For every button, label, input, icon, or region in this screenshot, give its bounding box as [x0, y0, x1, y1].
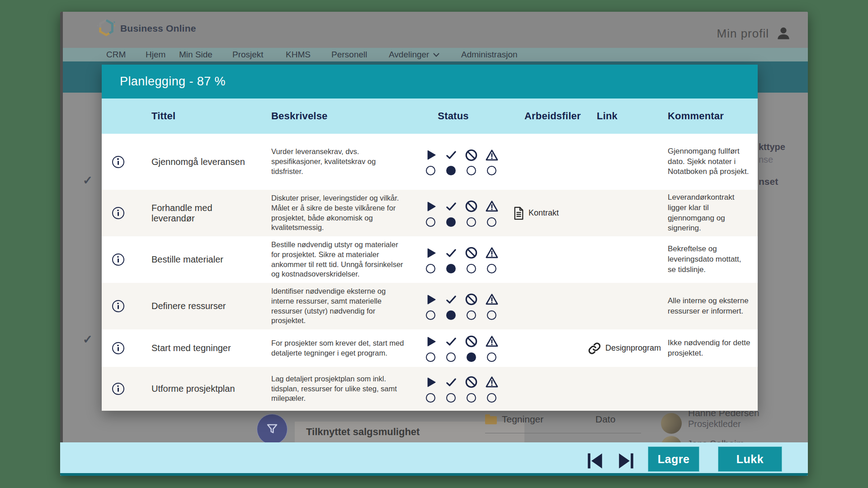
close-button-label: Lukk: [736, 453, 764, 466]
task-description: Lag detaljert prosjektplan som inkl. tid…: [253, 374, 407, 404]
folder-icon: [485, 416, 497, 424]
work-file-item[interactable]: Kontrakt: [513, 206, 574, 220]
column-header-link: Link: [574, 110, 662, 122]
background-check-mark: ✓: [83, 174, 93, 188]
column-header-workfiles: Arbeidsfiler: [500, 110, 574, 122]
status-radio-warning[interactable]: [487, 217, 496, 227]
task-table-body: Gjennomgå leveransen Vurder leveransekra…: [102, 134, 758, 411]
info-icon[interactable]: [112, 253, 124, 266]
status-radio-done[interactable]: [446, 352, 456, 362]
save-button-label: Lagre: [658, 453, 690, 466]
task-comment: Alle interne og eksterne ressurser er in…: [662, 296, 758, 317]
nav-item-khms[interactable]: KHMS: [286, 50, 311, 60]
nav-item-personell[interactable]: Personell: [331, 50, 367, 60]
task-description: Diskuter priser, leveringstider og vilkå…: [253, 193, 407, 233]
save-button[interactable]: Lagre: [648, 446, 699, 472]
task-comment: Bekreftelse og leveringsdato mottatt, se…: [662, 244, 758, 275]
status-options: [407, 293, 500, 320]
status-warning-icon: [485, 148, 499, 162]
table-header-row: Tittel Beskrivelse Status Arbeidsfiler L…: [102, 99, 758, 134]
status-radio-blocked[interactable]: [467, 264, 476, 273]
nav-item-avdelinger[interactable]: Avdelinger: [389, 50, 440, 60]
planning-checklist-dialog: Planlegging - 87 % Tittel Beskrivelse St…: [102, 65, 758, 411]
status-radio-play[interactable]: [426, 166, 435, 175]
status-radio-blocked[interactable]: [467, 310, 476, 320]
status-radio-play[interactable]: [426, 393, 435, 403]
status-block-icon: [465, 148, 478, 162]
status-radio-done[interactable]: [446, 166, 456, 175]
info-icon[interactable]: [112, 342, 124, 354]
dialog-footer-bar: Lagre Lukk: [60, 442, 808, 476]
status-radio-play[interactable]: [426, 352, 435, 362]
next-step-button[interactable]: [616, 451, 636, 470]
status-radio-warning[interactable]: [487, 352, 496, 362]
nav-item-min-side[interactable]: Min Side: [179, 50, 212, 60]
status-block-icon: [465, 246, 478, 260]
info-icon[interactable]: [112, 156, 124, 168]
brand-logo[interactable]: Business Online: [96, 18, 196, 39]
table-row: Forhandle med leverandør Diskuter priser…: [102, 190, 758, 236]
table-row: Start med tegninger For prosjekter som k…: [102, 329, 758, 367]
status-radio-done[interactable]: [446, 264, 456, 273]
task-title: Definere ressurser: [134, 301, 253, 311]
status-radio-done[interactable]: [446, 310, 456, 320]
info-icon[interactable]: [112, 207, 124, 219]
status-options: [407, 148, 500, 175]
nav-item-hjem[interactable]: Hjem: [146, 50, 165, 60]
date-label: Dato: [595, 414, 615, 425]
person-role: Prosjektleder: [688, 419, 741, 429]
status-check-icon: [444, 148, 458, 162]
status-play-icon: [424, 200, 438, 213]
status-radio-blocked[interactable]: [467, 166, 476, 175]
info-icon[interactable]: [112, 383, 124, 395]
business-online-logo-icon: [96, 18, 117, 39]
window-edge-shadow: [60, 12, 63, 476]
status-options: [407, 200, 500, 227]
previous-step-button[interactable]: [585, 451, 605, 470]
table-row: Definere ressurser Identifiser nødvendig…: [102, 283, 758, 329]
table-row: Bestille materialer Bestille nødvendig u…: [102, 236, 758, 283]
filter-button[interactable]: [257, 414, 288, 445]
status-options: [407, 335, 500, 362]
related-opportunity-card: Tilknyttet salgsmulighet Salgs Prosjekt: [295, 422, 524, 443]
task-title: Utforme prosjektplan: [134, 384, 253, 394]
profile-menu[interactable]: Min profil: [717, 25, 792, 42]
status-radio-blocked[interactable]: [467, 352, 476, 362]
status-radio-warning[interactable]: [487, 166, 496, 175]
status-radio-warning[interactable]: [487, 264, 496, 273]
task-description: For prosjekter som krever det, start med…: [253, 338, 407, 358]
external-link-item[interactable]: Designprogram: [588, 342, 662, 355]
filter-icon: [265, 422, 279, 436]
task-title: Bestille materialer: [134, 254, 253, 265]
task-description: Vurder leveransekrav, dvs. spesifikasjon…: [253, 147, 407, 177]
status-radio-play[interactable]: [426, 264, 435, 273]
status-radio-warning[interactable]: [487, 310, 496, 320]
status-radio-done[interactable]: [446, 393, 456, 403]
link-icon: [588, 342, 601, 355]
status-check-icon: [444, 200, 458, 213]
status-play-icon: [424, 148, 438, 162]
nav-item-crm[interactable]: CRM: [106, 50, 126, 60]
status-radio-blocked[interactable]: [467, 217, 476, 227]
dialog-title: Planlegging - 87 %: [102, 75, 226, 89]
task-description: Bestille nødvendig utstyr og materialer …: [253, 240, 407, 280]
status-play-icon: [424, 375, 438, 389]
task-comment: Gjennomgang fullført dato. Sjekk notater…: [662, 146, 758, 178]
bg-text-fragment: nse: [759, 155, 807, 165]
status-options: [407, 375, 500, 403]
status-radio-play[interactable]: [426, 217, 435, 227]
status-check-icon: [444, 335, 458, 348]
status-radio-done[interactable]: [446, 217, 456, 227]
background-check-mark: ✓: [83, 333, 93, 347]
status-radio-warning[interactable]: [487, 393, 496, 403]
status-radio-play[interactable]: [426, 310, 435, 320]
column-header-description: Beskrivelse: [253, 110, 407, 122]
status-radio-blocked[interactable]: [467, 393, 476, 403]
status-play-icon: [424, 246, 438, 260]
column-header-comment: Kommentar: [662, 110, 758, 122]
close-button[interactable]: Lukk: [718, 446, 782, 472]
nav-item-administrasjon[interactable]: Administrasjon: [461, 50, 518, 60]
nav-item-prosjekt[interactable]: Prosjekt: [232, 50, 264, 60]
dialog-header: Planlegging - 87 %: [102, 65, 758, 99]
info-icon[interactable]: [112, 300, 124, 312]
